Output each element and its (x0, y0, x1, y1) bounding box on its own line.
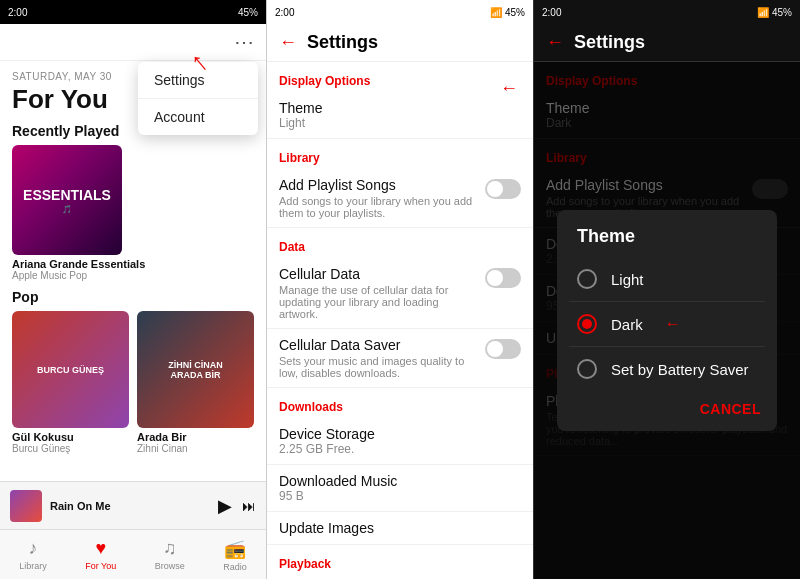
panel-apple-music-home: 2:00 45% ⋯ Settings Account ↑ SATURDAY, … (0, 0, 266, 579)
pop1-artist: Burcu Güneş (12, 443, 129, 454)
nav-radio-label: Radio (223, 562, 247, 572)
dropdown-menu: Settings Account (138, 62, 258, 135)
nav-radio[interactable]: 📻 Radio (223, 538, 247, 572)
downloaded-music-value-p2: 95 B (279, 489, 521, 503)
theme-option-dark[interactable]: Dark ← (557, 302, 777, 346)
radio-battery (577, 359, 597, 379)
album-essentials[interactable]: ESSENTIALS 🎵 Ariana Grande Essentials Ap… (12, 145, 254, 281)
cellular-data-toggle-p2[interactable] (485, 268, 521, 288)
pop-card-2[interactable]: ZİHNİ CİNANARADA BİR Arada Bir Zihni Cin… (137, 311, 254, 454)
pop-art-1: BURCU GÜNEŞ (12, 311, 129, 428)
album-art-essentials: ESSENTIALS 🎵 (12, 145, 122, 255)
device-storage-row-p2: Device Storage 2.25 GB Free. (267, 418, 533, 465)
theme-label-dark: Dark (611, 316, 643, 333)
back-button-p2[interactable]: ← (279, 32, 297, 53)
section-downloads-p2: Downloads (267, 388, 533, 418)
more-icon[interactable]: ⋯ (234, 30, 254, 54)
section-display-p2: Display Options (267, 62, 533, 92)
theme-label-battery: Set by Battery Saver (611, 361, 749, 378)
add-playlist-toggle-p2[interactable] (485, 179, 521, 199)
library-icon: ♪ (28, 538, 37, 559)
dropdown-settings[interactable]: Settings (138, 62, 258, 99)
add-playlist-desc-p2: Add songs to your library when you add t… (279, 195, 477, 219)
panel-settings-light: 2:00 📶 45% ← Settings ← Display Options … (266, 0, 533, 579)
theme-option-battery[interactable]: Set by Battery Saver (557, 347, 777, 391)
cellular-saver-title-p2: Cellular Data Saver (279, 337, 477, 353)
dialog-title: Theme (557, 210, 777, 257)
status-time-p3: 2:00 (542, 7, 561, 18)
settings-header-p3: ← Settings (534, 24, 800, 62)
update-images-row-p2[interactable]: Update Images (267, 512, 533, 545)
settings-content-p2: Display Options Theme Light Library Add … (267, 62, 533, 579)
pop1-name: Gül Kokusu (12, 431, 129, 443)
add-playlist-title-p2: Add Playlist Songs (279, 177, 477, 193)
dropdown-account[interactable]: Account (138, 99, 258, 135)
downloaded-music-row-p2: Downloaded Music 95 B (267, 465, 533, 512)
dialog-cancel-button[interactable]: CANCEL (700, 401, 761, 417)
cellular-data-row-p2: Cellular Data Manage the use of cellular… (267, 258, 533, 329)
playback-cache-row-p2: Playback Cache Temporarily stores music … (267, 575, 533, 579)
status-icons-p2: 📶 45% (490, 7, 525, 18)
nav-library-label: Library (19, 561, 47, 571)
now-playing-bar[interactable]: Rain On Me ▶ ⏭ (0, 481, 266, 529)
skip-button[interactable]: ⏭ (242, 498, 256, 514)
pop-card-1[interactable]: BURCU GÜNEŞ Gül Kokusu Burcu Güneş (12, 311, 129, 454)
update-images-title-p2: Update Images (279, 520, 521, 536)
status-time-p1: 2:00 (8, 7, 27, 18)
now-playing-thumb (10, 490, 42, 522)
red-arrow-dark-option: ← (665, 315, 681, 333)
nav-browse-label: Browse (155, 561, 185, 571)
now-playing-title: Rain On Me (50, 500, 210, 512)
cellular-saver-row-p2: Cellular Data Saver Sets your music and … (267, 329, 533, 388)
status-bar-p2: 2:00 📶 45% (267, 0, 533, 24)
section-library-p2: Library (267, 139, 533, 169)
now-playing-info: Rain On Me (50, 500, 210, 512)
radio-light (577, 269, 597, 289)
theme-title-p2: Theme (279, 100, 521, 116)
settings-title-p3: Settings (574, 32, 645, 53)
device-storage-title-p2: Device Storage (279, 426, 521, 442)
radio-dark (577, 314, 597, 334)
pop-art-2: ZİHNİ CİNANARADA BİR (137, 311, 254, 428)
status-icons-p3: 📶 45% (757, 7, 792, 18)
device-storage-value-p2: 2.25 GB Free. (279, 442, 521, 456)
nav-library[interactable]: ♪ Library (19, 538, 47, 571)
dialog-actions: CANCEL (557, 391, 777, 431)
theme-value-p2: Light (279, 116, 521, 130)
settings-content-p3: Display Options Theme Dark Library Add P… (534, 62, 800, 579)
pop2-name: Arada Bir (137, 431, 254, 443)
theme-option-light[interactable]: Light (557, 257, 777, 301)
play-button[interactable]: ▶ (218, 495, 232, 517)
section-data-p2: Data (267, 228, 533, 258)
settings-header-p2: ← Settings (267, 24, 533, 62)
panel-settings-dark: 2:00 📶 45% ← Settings Display Options Th… (533, 0, 800, 579)
theme-label-light: Light (611, 271, 644, 288)
browse-icon: ♫ (163, 538, 177, 559)
status-battery-p1: 45% (238, 7, 258, 18)
theme-dialog: Theme Light Dark ← Set by (557, 210, 777, 431)
settings-title-p2: Settings (307, 32, 378, 53)
now-playing-controls: ▶ ⏭ (218, 495, 256, 517)
album1-artist: Apple Music Pop (12, 270, 254, 281)
theme-dialog-overlay[interactable]: Theme Light Dark ← Set by (534, 62, 800, 579)
nav-browse[interactable]: ♫ Browse (155, 538, 185, 571)
for-you-icon: ♥ (95, 538, 106, 559)
pop-label: Pop (12, 289, 254, 305)
status-bar-p3: 2:00 📶 45% (534, 0, 800, 24)
downloaded-music-title-p2: Downloaded Music (279, 473, 521, 489)
status-bar-p1: 2:00 45% (0, 0, 266, 24)
cellular-saver-toggle-p2[interactable] (485, 339, 521, 359)
bottom-nav: ♪ Library ♥ For You ♫ Browse 📻 Radio (0, 529, 266, 579)
cellular-data-title-p2: Cellular Data (279, 266, 477, 282)
back-button-p3[interactable]: ← (546, 32, 564, 53)
radio-icon: 📻 (224, 538, 246, 560)
cellular-data-desc-p2: Manage the use of cellular data for upda… (279, 284, 477, 320)
panel1-header: ⋯ Settings Account ↑ (0, 24, 266, 61)
pop2-artist: Zihni Cinan (137, 443, 254, 454)
nav-for-you[interactable]: ♥ For You (85, 538, 116, 571)
nav-for-you-label: For You (85, 561, 116, 571)
theme-row-p2[interactable]: Theme Light (267, 92, 533, 139)
status-time-p2: 2:00 (275, 7, 294, 18)
album1-name: Ariana Grande Essentials (12, 258, 254, 270)
pop-grid: BURCU GÜNEŞ Gül Kokusu Burcu Güneş ZİHNİ… (12, 311, 254, 454)
